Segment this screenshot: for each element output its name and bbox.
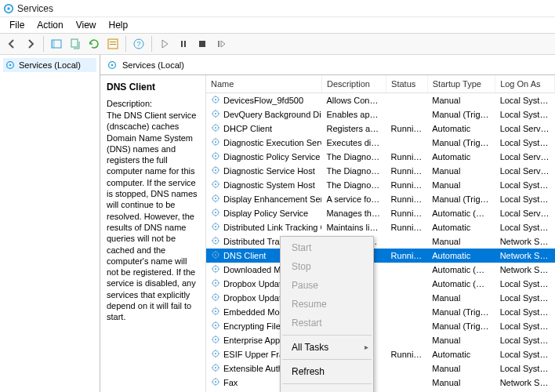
show-hide-tree-button[interactable] xyxy=(48,35,65,53)
service-name-cell: Diagnostic Policy Service xyxy=(223,152,321,162)
col-description[interactable]: Description xyxy=(321,75,386,93)
service-startup-cell: Manual (Trigg… xyxy=(427,136,495,150)
description-label: Description: xyxy=(107,99,199,108)
svg-point-67 xyxy=(215,211,216,212)
ctx-all-tasks[interactable]: All Tasks▸ xyxy=(281,338,373,357)
service-logon-cell: Local Service xyxy=(495,122,555,136)
service-desc-cell: Enables app… xyxy=(321,107,386,122)
svg-rect-3 xyxy=(52,40,55,48)
stop-service-button[interactable] xyxy=(194,35,211,53)
menu-help[interactable]: Help xyxy=(103,18,135,32)
table-row[interactable]: Diagnostic Policy ServiceThe Diagnos…Run… xyxy=(206,150,555,164)
svg-point-61 xyxy=(215,197,216,198)
properties-button[interactable] xyxy=(104,35,122,53)
svg-point-115 xyxy=(215,324,216,325)
table-row[interactable]: File History ServiManual (Trigg…Local Sy… xyxy=(206,390,555,393)
service-status-cell: Running xyxy=(386,249,428,263)
service-logon-cell: Local System xyxy=(495,192,555,206)
svg-point-37 xyxy=(215,140,216,142)
service-desc-cell: Allows Conn… xyxy=(321,93,386,107)
service-gear-icon xyxy=(211,194,220,205)
col-status[interactable]: Status xyxy=(386,75,428,93)
table-row[interactable]: DevQuery Background Disc…Enables app…Man… xyxy=(206,107,555,122)
service-gear-icon xyxy=(211,363,220,374)
table-row[interactable]: Enterprise App MManualLocal System xyxy=(206,333,555,347)
service-name-cell: DevQuery Background Disc… xyxy=(223,110,321,119)
toolbar-separator xyxy=(125,36,126,52)
service-status-cell xyxy=(386,390,428,393)
col-name[interactable]: Name xyxy=(206,75,321,93)
title-bar: Services xyxy=(0,0,555,17)
table-row[interactable]: Dropbox UpdateManualLocal System xyxy=(206,291,555,305)
back-button[interactable] xyxy=(3,35,20,53)
table-row[interactable]: Extensible AutheManualLocal System xyxy=(206,361,555,376)
service-logon-cell: Network Se… xyxy=(495,376,555,390)
menu-view[interactable]: View xyxy=(70,18,103,32)
description-text: The DNS Client service (dnscache) caches… xyxy=(107,110,199,323)
service-desc-cell: The Diagnos… xyxy=(321,150,386,164)
tree-root-services-local[interactable]: Services (Local) xyxy=(3,58,96,72)
service-list[interactable]: Name Description Status Startup Type Log… xyxy=(206,75,555,392)
service-gear-icon xyxy=(211,349,220,360)
svg-rect-6 xyxy=(110,42,116,42)
refresh-button[interactable] xyxy=(85,35,103,53)
service-desc-cell: The Diagnos… xyxy=(321,164,386,178)
toolbar-separator xyxy=(151,36,152,52)
svg-point-1 xyxy=(7,7,10,10)
col-logon[interactable]: Log On As xyxy=(495,75,555,93)
table-row[interactable]: Diagnostic System HostThe Diagnos…Runnin… xyxy=(206,178,555,192)
table-row[interactable]: Downloaded MapAutomatic (De…Network Se… xyxy=(206,263,555,277)
service-status-cell: Running xyxy=(386,347,428,361)
ctx-separator xyxy=(282,383,372,384)
table-row[interactable]: Distributed Transaction Coor…Coordinates… xyxy=(206,234,555,249)
service-name-cell: DevicesFlow_9fd500 xyxy=(223,96,303,105)
menu-action[interactable]: Action xyxy=(31,18,69,32)
table-row[interactable]: Distributed Link Tracking Cli…Maintains … xyxy=(206,220,555,234)
service-startup-cell: Manual xyxy=(427,93,495,107)
service-gear-icon xyxy=(211,137,220,148)
table-row[interactable]: Display Policy ServiceManages th…Running… xyxy=(206,206,555,220)
table-row[interactable]: DNS ClientRunningAutomaticNetwork Se… xyxy=(206,249,555,263)
col-startup[interactable]: Startup Type xyxy=(427,75,495,93)
start-service-button[interactable] xyxy=(156,35,173,53)
service-startup-cell: Automatic xyxy=(427,347,495,361)
service-startup-cell: Manual (Trigg… xyxy=(427,107,495,122)
column-header-row: Name Description Status Startup Type Log… xyxy=(206,75,555,93)
window-title: Services xyxy=(17,3,53,14)
help-button[interactable]: ? xyxy=(130,35,147,53)
service-logon-cell: Local Service xyxy=(495,150,555,164)
menu-file[interactable]: File xyxy=(3,18,31,32)
table-row[interactable]: FaxManualNetwork Se… xyxy=(206,376,555,390)
svg-point-127 xyxy=(215,352,216,354)
service-logon-cell: Network Se… xyxy=(495,263,555,277)
service-status-cell: Running xyxy=(386,192,428,206)
service-status-cell xyxy=(386,136,428,150)
forward-button[interactable] xyxy=(22,35,39,53)
svg-point-103 xyxy=(215,296,216,297)
service-desc-cell: The Diagnos… xyxy=(321,178,386,192)
pause-service-button[interactable] xyxy=(175,35,192,53)
table-row[interactable]: ESIF Upper FrameRunningAutomaticLocal Sy… xyxy=(206,347,555,361)
table-row[interactable]: DHCP ClientRegisters an…RunningAutomatic… xyxy=(206,122,555,136)
table-row[interactable]: Diagnostic Service HostThe Diagnos…Runni… xyxy=(206,164,555,178)
table-row[interactable]: Diagnostic Execution ServiceExecutes dia… xyxy=(206,136,555,150)
service-gear-icon xyxy=(211,151,220,162)
ctx-refresh[interactable]: Refresh xyxy=(281,362,373,381)
ctx-start: Start xyxy=(281,238,373,257)
service-status-cell xyxy=(386,277,428,291)
service-startup-cell: Automatic xyxy=(427,122,495,136)
table-row[interactable]: DevicesFlow_9fd500Allows Conn…ManualLoca… xyxy=(206,93,555,107)
content-pane: Services (Local) DNS Client Description:… xyxy=(100,55,555,392)
ctx-properties[interactable]: Properties xyxy=(281,387,373,392)
export-list-button[interactable] xyxy=(67,35,84,53)
table-row[interactable]: Embedded ModeManual (Trigg…Local System xyxy=(206,305,555,319)
service-logon-cell: Local System xyxy=(495,390,555,393)
table-row[interactable]: Dropbox UpdateAutomatic (De…Local System xyxy=(206,277,555,291)
service-desc-cell: Executes dia… xyxy=(321,136,386,150)
table-row[interactable]: Encrypting File SyManual (Trigg…Local Sy… xyxy=(206,319,555,333)
table-row[interactable]: Display Enhancement ServiceA service for… xyxy=(206,192,555,206)
restart-service-button[interactable] xyxy=(212,35,230,53)
service-startup-cell: Manual xyxy=(427,178,495,192)
service-status-cell: Running xyxy=(386,220,428,234)
service-status-cell xyxy=(386,305,428,319)
